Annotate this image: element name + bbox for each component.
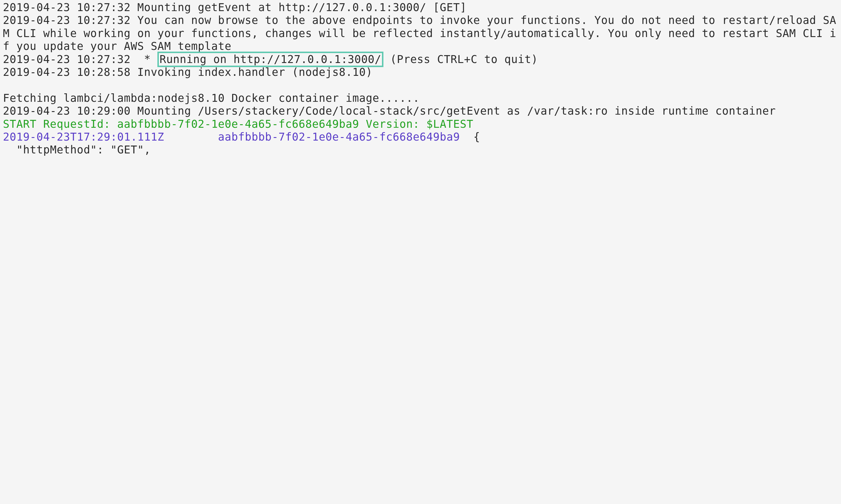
log-line-prefix: 2019-04-23 10:27:32 * [3, 53, 157, 66]
log-line: 2019-04-23 10:28:58 Invoking index.handl… [3, 66, 373, 78]
log-json-line: "httpMethod": "GET", [3, 144, 151, 156]
log-line: 2019-04-23 10:27:32 Mounting getEvent at… [3, 1, 467, 14]
log-line: 2019-04-23 10:27:32 You can now browse t… [3, 14, 836, 53]
log-start-request: START RequestId: aabfbbbb-7f02-1e0e-4a65… [3, 118, 473, 130]
log-json-open: { [460, 131, 480, 143]
log-timestamp-request-id: 2019-04-23T17:29:01.111Z aabfbbbb-7f02-1… [3, 131, 460, 143]
log-line: 2019-04-23 10:29:00 Mounting /Users/stac… [3, 105, 776, 117]
terminal-output[interactable]: 2019-04-23 10:27:32 Mounting getEvent at… [3, 1, 838, 157]
log-line: Fetching lambci/lambda:nodejs8.10 Docker… [3, 92, 419, 104]
log-line-suffix: (Press CTRL+C to quit) [383, 53, 538, 66]
running-url-highlight: Running on http://127.0.0.1:3000/ [157, 52, 383, 67]
